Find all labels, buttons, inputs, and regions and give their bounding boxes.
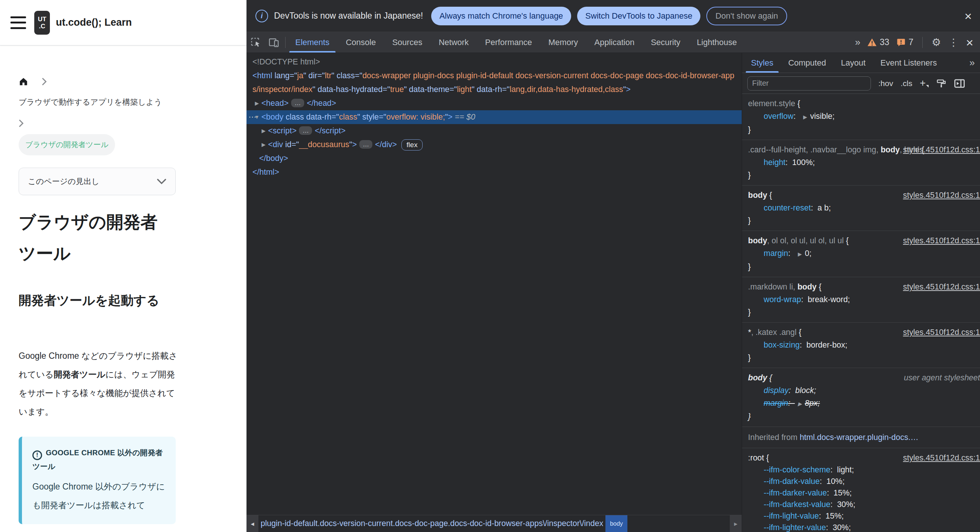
expand-value-arrow-icon[interactable]: ▶: [798, 251, 802, 257]
dom-tree-row-selected[interactable]: ⋯▼<body class data-rh="class" style="ove…: [247, 110, 742, 124]
stylesheet-source-link[interactable]: styles.4510f12d.css:1: [903, 280, 980, 293]
expand-inline-icon[interactable]: …: [291, 99, 304, 107]
inspect-element-icon[interactable]: [250, 37, 261, 48]
dom-tree-row[interactable]: </html>: [247, 166, 742, 179]
css-declaration[interactable]: word-wrap: break-word;: [748, 293, 978, 306]
stylesheet-source-link[interactable]: styles.4510f12d.css:1: [903, 452, 980, 464]
flex-badge[interactable]: flex: [401, 139, 423, 151]
dom-tree-row[interactable]: ▶<script>…</script>: [247, 124, 742, 138]
css-declaration[interactable]: --ifm-dark-value: 10%;: [748, 476, 978, 487]
stylesheet-source-link[interactable]: styles.4510f12d.css:1: [903, 143, 980, 156]
expand-inline-icon[interactable]: …: [359, 140, 372, 149]
css-declaration[interactable]: --ifm-darkest-value: 30%;: [748, 499, 978, 510]
expand-arrow-icon[interactable]: ▶: [259, 138, 268, 151]
device-toolbar-icon[interactable]: [268, 37, 280, 48]
inherited-node-link[interactable]: html.docs-wrapper.plugin-docs.…: [800, 433, 919, 442]
style-rule[interactable]: element.style {overflow: ▶visible;}: [742, 94, 980, 140]
devtools-tab-memory[interactable]: Memory: [540, 32, 586, 53]
code-token: " data-has-hydrated=": [312, 85, 390, 94]
dom-tree-row[interactable]: <!DOCTYPE html>: [247, 55, 742, 69]
devtools-toolbar: ElementsConsoleSourcesNetworkPerformance…: [247, 32, 980, 53]
devtools-tab-performance[interactable]: Performance: [477, 32, 540, 53]
css-declaration[interactable]: display: block;: [748, 384, 978, 397]
page-title: ブラウザの開発者ツール: [19, 206, 175, 269]
dom-crumb-selected[interactable]: body: [605, 515, 627, 532]
devtools-tab-sources[interactable]: Sources: [384, 32, 430, 53]
expand-value-arrow-icon[interactable]: ▶: [798, 401, 802, 407]
site-logo[interactable]: UT .C: [34, 11, 50, 35]
css-declaration[interactable]: --ifm-lighter-value: 30%;: [748, 522, 978, 532]
styles-tab-event-listeners[interactable]: Event Listeners: [873, 53, 945, 73]
kebab-menu-icon[interactable]: ⋮: [948, 37, 958, 48]
devtools-tab-console[interactable]: Console: [338, 32, 384, 53]
styles-tab-computed[interactable]: Computed: [781, 53, 834, 73]
dom-tree-row[interactable]: ▶<div id="__docusaurus">…</div>flex: [247, 138, 742, 151]
expand-value-arrow-icon[interactable]: ▶: [803, 114, 807, 120]
dont-show-again-button[interactable]: Don't show again: [706, 7, 787, 25]
css-declaration[interactable]: --ifm-darker-value: 15%;: [748, 487, 978, 499]
toggle-class-button[interactable]: .cls: [901, 79, 913, 88]
expand-arrow-icon[interactable]: ▶: [259, 124, 268, 138]
issues-counter[interactable]: 7: [897, 37, 913, 47]
expand-inline-icon[interactable]: …: [299, 126, 312, 135]
menu-icon[interactable]: [10, 16, 26, 29]
toolbar-separator: [922, 37, 923, 48]
always-match-language-button[interactable]: Always match Chrome's language: [431, 7, 571, 25]
code-token: lang,dir,data-has-hydrated,class: [510, 85, 623, 94]
css-declaration[interactable]: --ifm-color-scheme: light;: [748, 464, 978, 476]
style-rule[interactable]: styles.4510f12d.css:1.card--full-height,…: [742, 140, 980, 186]
dom-tree-row[interactable]: </body>: [247, 151, 742, 166]
switch-devtools-japanese-button[interactable]: Switch DevTools to Japanese: [577, 7, 700, 25]
more-panels-icon[interactable]: »: [855, 37, 859, 48]
devtools-tab-security[interactable]: Security: [643, 32, 689, 53]
rule-closing-brace: }: [748, 351, 978, 364]
style-rule[interactable]: styles.4510f12d.css:1*, .katex .angl {bo…: [742, 323, 980, 368]
style-rule[interactable]: styles.4510f12d.css:1body, ol ol, ol ul,…: [742, 231, 980, 277]
stylesheet-source-link[interactable]: styles.4510f12d.css:1: [903, 189, 980, 202]
breadcrumb-level1[interactable]: ブラウザで動作するアプリを構築しよう: [19, 97, 183, 107]
home-icon[interactable]: [19, 77, 28, 86]
paint-roller-icon[interactable]: [936, 78, 947, 89]
code-token: ja: [297, 71, 304, 80]
css-declaration[interactable]: overflow: ▶visible;: [748, 110, 978, 123]
stylesheet-source-link[interactable]: styles.4510f12d.css:1: [903, 326, 980, 339]
code-token: </script>: [315, 126, 345, 135]
devtools-close-icon[interactable]: ×: [966, 36, 973, 49]
infobar-close-icon[interactable]: ×: [964, 10, 972, 22]
styles-tab-styles[interactable]: Styles: [744, 53, 781, 73]
styles-sidebar: StylesComputedLayoutEvent Listeners» :ho…: [742, 53, 980, 532]
dom-tree-row[interactable]: ▶<head>…</head>: [247, 97, 742, 110]
expand-arrow-icon[interactable]: ▶: [253, 97, 261, 110]
style-rule[interactable]: styles.4510f12d.css:1.markdown li, body …: [742, 277, 980, 323]
styles-filter-input[interactable]: [747, 76, 871, 91]
crumb-scroll-right-icon[interactable]: ▸: [730, 515, 742, 532]
css-declaration[interactable]: margin: ▶0;: [748, 247, 978, 260]
style-rule[interactable]: user agent stylesheetbody {display: bloc…: [742, 368, 980, 427]
code-token: ": [349, 140, 352, 149]
new-style-rule-button[interactable]: +: [920, 78, 929, 89]
devtools-tab-application[interactable]: Application: [586, 32, 643, 53]
toggle-pseudo-state-button[interactable]: :hov: [878, 79, 893, 88]
sidebar-toggle-icon[interactable]: [954, 79, 965, 88]
devtools-tab-network[interactable]: Network: [430, 32, 477, 53]
stylesheet-source-link[interactable]: styles.4510f12d.css:1: [903, 234, 980, 247]
dom-crumb-path[interactable]: plugin-id-default.docs-version-current.d…: [258, 515, 603, 532]
style-rule[interactable]: styles.4510f12d.css:1:root {--ifm-color-…: [742, 448, 980, 532]
warnings-counter[interactable]: 33: [867, 37, 889, 47]
css-declaration[interactable]: counter-reset: a b;: [748, 202, 978, 214]
dom-tree-row[interactable]: <html lang="ja" dir="ltr" class="docs-wr…: [247, 69, 742, 97]
css-declaration[interactable]: margin: ▶8px;: [748, 397, 978, 410]
css-declaration[interactable]: box-sizing: border-box;: [748, 339, 978, 351]
devtools-tab-lighthouse[interactable]: Lighthouse: [689, 32, 745, 53]
site-title[interactable]: ut.code(); Learn: [56, 17, 132, 28]
devtools-tab-elements[interactable]: Elements: [287, 32, 338, 53]
styles-more-tabs-icon[interactable]: »: [970, 53, 980, 73]
styles-tab-layout[interactable]: Layout: [833, 53, 873, 73]
toc-toggle[interactable]: このページの見出し: [19, 168, 176, 195]
settings-gear-icon[interactable]: ⚙: [932, 36, 941, 48]
breadcrumb-current[interactable]: ブラウザの開発者ツール: [19, 134, 115, 155]
style-rule[interactable]: styles.4510f12d.css:1body {counter-reset…: [742, 186, 980, 231]
crumb-scroll-left-icon[interactable]: ◂: [247, 515, 258, 532]
css-declaration[interactable]: --ifm-light-value: 15%;: [748, 510, 978, 522]
css-declaration[interactable]: height: 100%;: [748, 156, 978, 169]
